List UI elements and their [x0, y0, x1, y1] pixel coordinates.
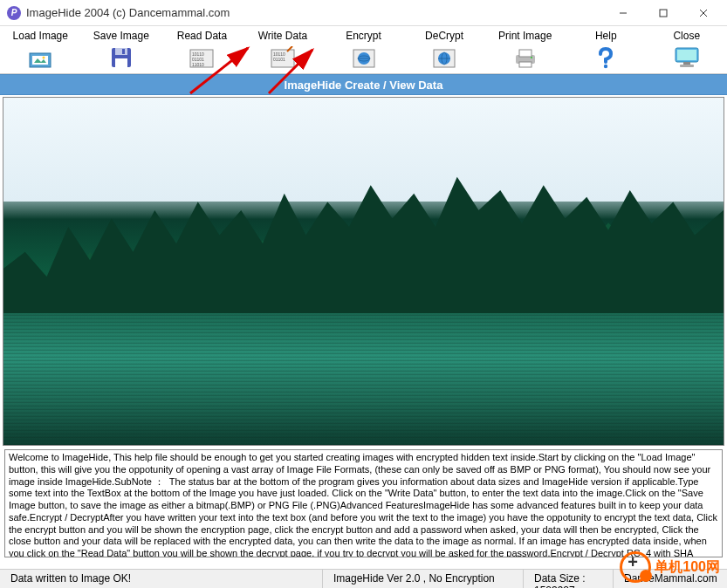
svg-rect-1 [660, 10, 667, 17]
toolbar-label: Save Image [93, 30, 149, 42]
minimize-button[interactable] [603, 0, 643, 26]
window-controls [603, 0, 724, 26]
binary-write-icon: 1011001101 [269, 44, 297, 72]
svg-rect-35 [683, 62, 690, 65]
status-brand: DanceMammal.com [614, 570, 727, 588]
svg-rect-30 [519, 62, 532, 67]
write-data-button[interactable]: Write Data 1011001101 [243, 26, 324, 73]
decrypt-button[interactable]: DeCrypt [404, 26, 485, 73]
toolbar-label: Print Image [498, 30, 552, 42]
toolbar-label: Read Data [177, 30, 227, 42]
maximize-button[interactable] [643, 0, 683, 26]
toolbar-label: Load Image [13, 30, 68, 42]
title-bar: P ImageHide 2004 (c) Dancemammal.com [0, 0, 727, 26]
data-textbox[interactable] [4, 449, 723, 557]
read-data-button[interactable]: Read Data 101100110111010 [161, 26, 243, 73]
encrypt-button[interactable]: Encrypt [323, 26, 404, 73]
svg-text:11010: 11010 [192, 62, 204, 67]
toolbar-label: Help [595, 30, 617, 42]
toolbar-label: Write Data [258, 30, 307, 42]
svg-rect-36 [680, 65, 694, 67]
status-bar: Data written to Image OK! ImageHide Ver … [0, 569, 727, 588]
svg-point-31 [531, 57, 532, 58]
svg-rect-9 [115, 48, 127, 55]
status-datasize: Data Size : 1503927 [524, 570, 614, 588]
app-icon: P [7, 6, 21, 20]
lock-globe-icon [350, 44, 378, 72]
svg-rect-29 [519, 50, 532, 57]
monitor-icon [673, 44, 701, 72]
svg-rect-34 [677, 50, 696, 60]
status-version: ImageHide Ver 2.0 , No Encryption [323, 570, 524, 588]
svg-text:01101: 01101 [273, 57, 285, 62]
svg-rect-5 [32, 56, 48, 65]
close-button[interactable]: Close [647, 26, 728, 73]
svg-point-32 [604, 65, 607, 68]
floppy-disk-icon [107, 44, 135, 72]
section-header: ImageHide Create / View Data [0, 74, 727, 95]
close-window-button[interactable] [683, 0, 724, 26]
print-image-button[interactable]: Print Image [484, 26, 566, 73]
toolbar-label: DeCrypt [425, 30, 463, 42]
svg-rect-10 [115, 58, 127, 67]
svg-rect-11 [122, 49, 125, 54]
load-image-button[interactable]: Load Image [0, 26, 81, 73]
image-preview-area [3, 97, 724, 446]
unlock-globe-icon [430, 44, 458, 72]
status-message: Data written to Image OK! [0, 570, 323, 588]
save-image-button[interactable]: Save Image [81, 26, 162, 73]
toolbar-label: Close [673, 30, 700, 42]
folder-image-icon [26, 44, 54, 72]
toolbar-label: Encrypt [346, 30, 381, 42]
help-button[interactable]: Help [566, 26, 647, 73]
svg-point-7 [43, 57, 45, 59]
window-title: ImageHide 2004 (c) Dancemammal.com [26, 6, 603, 19]
toolbar: Load Image Save Image Read Data 10110011… [0, 26, 727, 74]
binary-read-icon: 101100110111010 [188, 44, 216, 72]
question-mark-icon [592, 44, 620, 72]
printer-icon [511, 44, 539, 72]
